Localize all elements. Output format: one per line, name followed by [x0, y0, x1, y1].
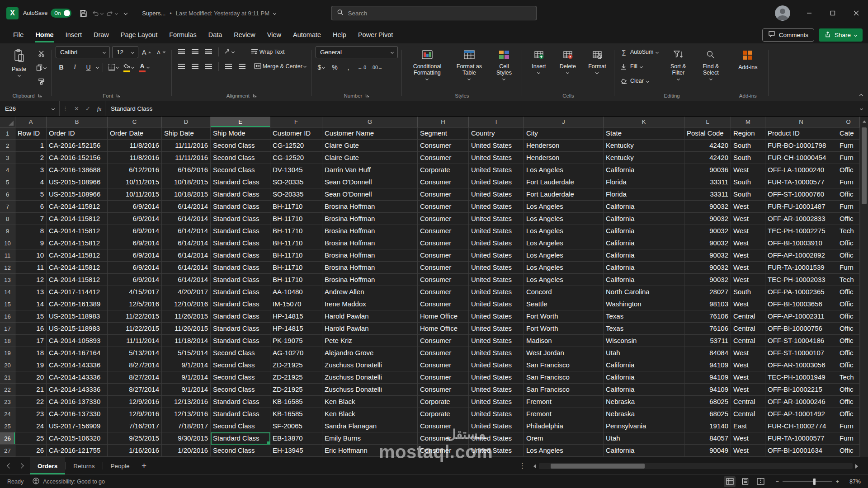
cell-G24[interactable]: Ken Black — [322, 408, 418, 420]
cell-L7[interactable]: 90032 — [684, 201, 731, 213]
cell-G14[interactable]: Andrew Allen — [322, 286, 418, 298]
cell-L5[interactable]: 33311 — [684, 176, 731, 188]
zoom-slider-thumb[interactable] — [813, 479, 816, 485]
cell-C22[interactable]: 8/27/2014 — [108, 384, 162, 396]
row-header-14[interactable]: 14 — [0, 286, 15, 298]
cell-I11[interactable]: United States — [469, 249, 524, 262]
row-header-21[interactable]: 21 — [0, 371, 15, 384]
cell-G2[interactable]: Claire Gute — [322, 140, 418, 152]
cell-B9[interactable]: CA-2014-115812 — [47, 225, 108, 237]
cell-I21[interactable]: United States — [469, 371, 524, 384]
share-button[interactable]: Share — [819, 28, 863, 42]
cell-L24[interactable]: 68025 — [684, 408, 731, 420]
cell-F25[interactable]: SF-20065 — [270, 420, 322, 432]
cell-A25[interactable]: 24 — [15, 420, 47, 432]
cell-M5[interactable]: South — [731, 176, 765, 188]
cell-K5[interactable]: Florida — [604, 176, 684, 188]
cell-N6[interactable]: OFF-ST-10000760 — [765, 188, 837, 201]
cell-B11[interactable]: CA-2014-115812 — [47, 249, 108, 262]
cell-L19[interactable]: 84084 — [684, 347, 731, 359]
cell-E24[interactable]: Standard Class — [211, 408, 270, 420]
row-header-8[interactable]: 8 — [0, 213, 15, 225]
cell-C18[interactable]: 11/11/2014 — [108, 335, 162, 347]
cell-B6[interactable]: US-2015-108966 — [47, 188, 108, 201]
cell-C16[interactable]: 11/22/2015 — [108, 310, 162, 323]
cell-F20[interactable]: ZD-21925 — [270, 359, 322, 371]
cell-I2[interactable]: United States — [469, 140, 524, 152]
cell-K16[interactable]: Texas — [604, 310, 684, 323]
column-header-a[interactable]: A — [15, 117, 47, 127]
cell-J10[interactable]: Los Angeles — [524, 237, 604, 249]
italic-button[interactable]: I — [69, 61, 80, 73]
sort-filter-button[interactable]: Sort & Filter — [664, 46, 693, 81]
cell-E25[interactable]: Second Class — [211, 420, 270, 432]
cell-G18[interactable]: Pete Kriz — [322, 335, 418, 347]
customize-quick-access-icon[interactable] — [120, 6, 131, 20]
cell-J9[interactable]: Los Angeles — [524, 225, 604, 237]
cell-L14[interactable]: 28027 — [684, 286, 731, 298]
column-header-i[interactable]: I — [469, 117, 524, 127]
cell-A3[interactable]: 2 — [15, 152, 47, 164]
cell-O16[interactable]: Offic — [837, 310, 860, 323]
cell-M10[interactable]: West — [731, 237, 765, 249]
cell-J11[interactable]: Los Angeles — [524, 249, 604, 262]
cell-C4[interactable]: 6/12/2016 — [108, 164, 162, 176]
row-header-11[interactable]: 11 — [0, 249, 15, 262]
row-header-15[interactable]: 15 — [0, 298, 15, 310]
cell-D5[interactable]: 10/18/2015 — [162, 176, 211, 188]
cell-L3[interactable]: 42420 — [684, 152, 731, 164]
cell-O13[interactable]: Tech — [837, 274, 860, 286]
cell-D26[interactable]: 9/30/2015 — [162, 432, 211, 445]
cell-K11[interactable]: California — [604, 249, 684, 262]
cell-D13[interactable]: 6/14/2014 — [162, 274, 211, 286]
cell-C19[interactable]: 5/13/2014 — [108, 347, 162, 359]
cell-M4[interactable]: West — [731, 164, 765, 176]
middle-align-button[interactable] — [189, 46, 201, 57]
cell-E3[interactable]: Second Class — [211, 152, 270, 164]
cell-E10[interactable]: Standard Class — [211, 237, 270, 249]
cell-A10[interactable]: 9 — [15, 237, 47, 249]
cell-J3[interactable]: Henderson — [524, 152, 604, 164]
align-center-button[interactable] — [189, 61, 201, 72]
cell-A15[interactable]: 14 — [15, 298, 47, 310]
cell-M24[interactable]: Central — [731, 408, 765, 420]
cell-O19[interactable]: Offic — [837, 347, 860, 359]
search-input[interactable] — [348, 10, 531, 17]
cell-N5[interactable]: FUR-TA-10000577 — [765, 176, 837, 188]
accounting-format-button[interactable]: $ — [316, 61, 327, 73]
cell-E1[interactable]: Ship Mode — [211, 127, 270, 140]
cell-O17[interactable]: Offic — [837, 323, 860, 335]
cell-L18[interactable]: 53711 — [684, 335, 731, 347]
number-dialog-launcher-icon[interactable] — [365, 93, 369, 99]
cell-I6[interactable]: United States — [469, 188, 524, 201]
tab-review[interactable]: Review — [228, 26, 261, 43]
cell-C17[interactable]: 11/22/2015 — [108, 323, 162, 335]
tab-insert[interactable]: Insert — [60, 26, 88, 43]
clipboard-dialog-launcher-icon[interactable] — [38, 93, 42, 99]
fill-color-button[interactable] — [122, 61, 135, 73]
cell-N27[interactable]: OFF-BI-10001634 — [765, 445, 837, 457]
cancel-entry-button[interactable]: ✕ — [71, 105, 82, 112]
cell-J1[interactable]: City — [524, 127, 604, 140]
cell-C14[interactable]: 4/15/2017 — [108, 286, 162, 298]
select-all-corner[interactable] — [0, 117, 15, 127]
cell-B22[interactable]: CA-2014-143336 — [47, 384, 108, 396]
cell-L22[interactable]: 94109 — [684, 384, 731, 396]
comments-button[interactable]: Comments — [762, 28, 814, 42]
cell-L27[interactable]: 90049 — [684, 445, 731, 457]
column-header-o[interactable]: O — [837, 117, 860, 127]
column-header-f[interactable]: F — [270, 117, 322, 127]
cell-E18[interactable]: Standard Class — [211, 335, 270, 347]
cell-E19[interactable]: Second Class — [211, 347, 270, 359]
cell-N21[interactable]: TEC-PH-10001949 — [765, 371, 837, 384]
font-size-select[interactable]: 12 — [112, 46, 138, 58]
cell-B23[interactable]: CA-2016-137330 — [47, 396, 108, 408]
sheet-tab-returns[interactable]: Returns — [66, 457, 102, 474]
cell-G26[interactable]: Emily Burns — [322, 432, 418, 445]
underline-chevron-icon[interactable] — [96, 66, 99, 69]
collapse-ribbon-button[interactable] — [859, 94, 863, 98]
cell-L10[interactable]: 90032 — [684, 237, 731, 249]
column-header-n[interactable]: N — [765, 117, 837, 127]
cell-D10[interactable]: 6/14/2014 — [162, 237, 211, 249]
cell-H25[interactable]: Consumer — [418, 420, 469, 432]
